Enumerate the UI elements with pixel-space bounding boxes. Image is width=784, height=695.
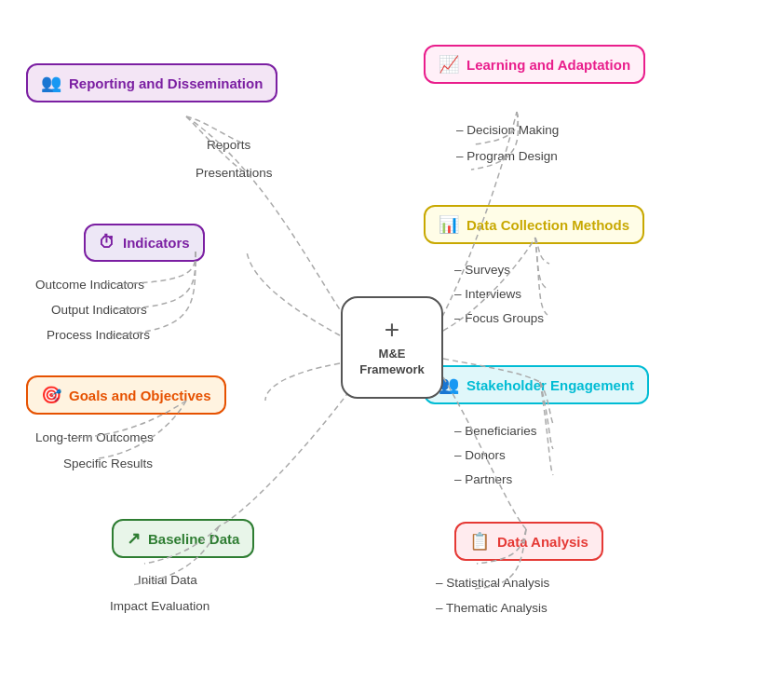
focusgroups-item: – Focus Groups xyxy=(454,311,544,325)
center-node: + M&EFramework xyxy=(341,296,443,399)
learning-label: Learning and Adaptation xyxy=(466,57,630,73)
longterm-item: Long-term Outcomes xyxy=(35,430,154,444)
stakeholder-label: Stakeholder Engagement xyxy=(466,377,634,393)
stakeholder-box[interactable]: 👥 Stakeholder Engagement xyxy=(424,365,649,404)
center-label: M&EFramework xyxy=(359,347,424,378)
decisionmaking-item: – Decision Making xyxy=(456,123,559,137)
datacollection-icon: 📊 xyxy=(439,214,459,235)
learning-icon: 📈 xyxy=(439,54,459,75)
partners-item: – Partners xyxy=(454,472,512,486)
donors-item: – Donors xyxy=(454,448,506,462)
thematicanalysis-item: – Thematic Analysis xyxy=(436,601,547,615)
outcome-indicators-item: Outcome Indicators xyxy=(35,278,144,292)
process-indicators-item: Process Indicators xyxy=(47,328,150,342)
beneficiaries-item: – Beneficiaries xyxy=(454,424,537,438)
specific-item: Specific Results xyxy=(63,457,153,470)
baseline-label: Baseline Data xyxy=(148,531,239,547)
output-indicators-item: Output Indicators xyxy=(51,303,147,317)
impacteval-item: Impact Evaluation xyxy=(110,599,210,613)
mind-map-diagram: + M&EFramework 👥 Reporting and Dissemina… xyxy=(0,0,784,695)
reporting-icon: 👥 xyxy=(41,73,61,93)
datacollection-box[interactable]: 📊 Data Collection Methods xyxy=(424,205,644,244)
reporting-box[interactable]: 👥 Reporting and Dissemination xyxy=(26,63,277,102)
goals-label: Goals and Objectives xyxy=(69,388,211,403)
dataanalysis-label: Data Analysis xyxy=(497,534,588,550)
dataanalysis-icon: 📋 xyxy=(469,531,490,552)
baseline-icon: ↗ xyxy=(127,528,141,549)
indicators-box[interactable]: ⏱ Indicators xyxy=(84,224,205,262)
presentations-item: Presentations xyxy=(196,166,273,180)
indicators-label: Indicators xyxy=(123,235,190,251)
baseline-box[interactable]: ↗ Baseline Data xyxy=(112,519,254,558)
learning-box[interactable]: 📈 Learning and Adaptation xyxy=(424,45,645,84)
initialdata-item: Initial Data xyxy=(138,573,197,587)
surveys-item: – Surveys xyxy=(454,263,510,277)
datacollection-label: Data Collection Methods xyxy=(466,217,629,233)
interviews-item: – Interviews xyxy=(454,287,521,301)
reports-item: Reports xyxy=(207,138,250,152)
reporting-label: Reporting and Dissemination xyxy=(69,75,263,91)
goals-icon: 🎯 xyxy=(41,385,61,405)
dataanalysis-box[interactable]: 📋 Data Analysis xyxy=(454,522,603,561)
programdesign-item: – Program Design xyxy=(456,149,558,163)
goals-box[interactable]: 🎯 Goals and Objectives xyxy=(26,375,226,415)
statisticalanalysis-item: – Statistical Analysis xyxy=(436,576,549,590)
indicators-icon: ⏱ xyxy=(99,233,115,252)
center-plus-icon: + xyxy=(385,317,399,343)
